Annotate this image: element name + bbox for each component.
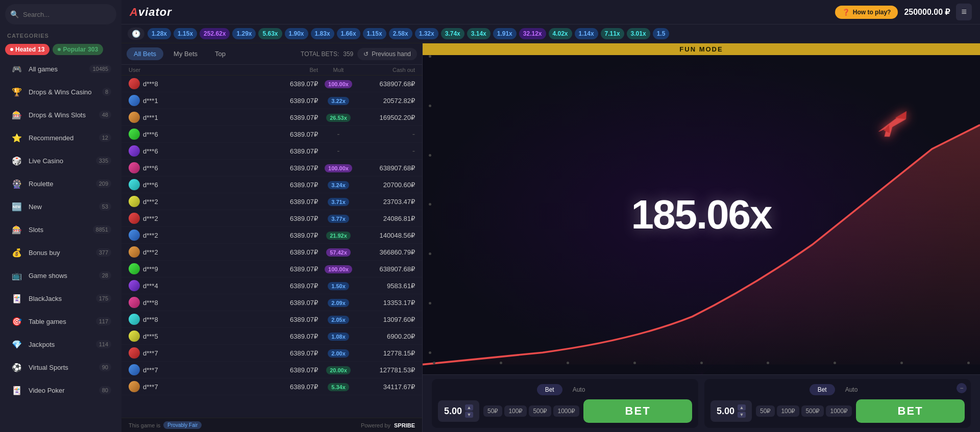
bet-value: 6389.07₽ (190, 80, 318, 88)
username: d***8 (143, 80, 158, 88)
sidebar-item-left-new: 🆕 New (10, 200, 42, 213)
bet-tab-1-bet[interactable]: Bet (537, 384, 562, 395)
username: d***6 (143, 164, 158, 172)
quick-500-1[interactable]: 500₽ (529, 405, 551, 417)
previous-hand-button[interactable]: ↺ Previous hand (357, 48, 417, 60)
mult-dash: - (318, 146, 359, 156)
sidebar-item-live-casino[interactable]: 🎲 Live Casino 335 (3, 149, 118, 172)
sidebar-icon-roulette: 🎡 (10, 177, 23, 190)
quick-50-1[interactable]: 50₽ (483, 405, 502, 417)
mult-pill: 5.34x (328, 383, 349, 391)
bet-button-2[interactable]: BET (856, 399, 965, 423)
quick-100-2[interactable]: 100₽ (777, 405, 799, 417)
mult-pill: 57.42x (326, 248, 351, 257)
quick-1000-1[interactable]: 1000₽ (553, 405, 579, 417)
fun-mode-bar: FUN MODE (423, 43, 980, 55)
history-icon[interactable]: 🕐 (128, 28, 144, 40)
mult-badge-5: 1.90x (285, 28, 308, 39)
sidebar-item-jackpots[interactable]: 💎 Jackpots 114 (3, 333, 118, 355)
sidebar-item-game-shows[interactable]: 📺 Game shows 28 (3, 264, 118, 287)
user-col: d***6 (129, 179, 190, 190)
y-axis-dot (429, 203, 431, 206)
mult-value: 3.24x (318, 180, 359, 189)
quick-500-2[interactable]: 500₽ (801, 405, 824, 417)
mult-value: 2.05x (318, 315, 359, 324)
bet-tab-2-auto[interactable]: Auto (837, 384, 866, 395)
how-to-play-button[interactable]: ❓ How to play? (835, 6, 898, 19)
sidebar-item-table-games[interactable]: 🎯 Table games 117 (3, 310, 118, 333)
stepper-up-2[interactable]: ▲ (738, 404, 746, 411)
sidebar-item-recommended[interactable]: ⭐ Recommended 12 (3, 126, 118, 149)
mult-pill: 2.00x (328, 349, 349, 358)
heated-tag[interactable]: Heated 13 (5, 44, 50, 55)
bet-tab-1-auto[interactable]: Auto (565, 384, 594, 395)
sidebar-label-table-games: Table games (29, 318, 66, 325)
cash-value: 23703.47₽ (359, 198, 415, 206)
bets-panel: All Bets My Bets Top TOTAL BETS: 359 ↺ P… (121, 43, 423, 432)
total-bets-label: TOTAL BETS: (301, 50, 339, 58)
provably-fair-badge[interactable]: Provably Fair (163, 421, 202, 429)
header-bet: Bet (190, 67, 318, 73)
user-col: d***7 (129, 347, 190, 359)
avatar (129, 162, 140, 173)
sidebar-item-drops-wins-casino[interactable]: 🏆 Drops & Wins Casino 8 (3, 81, 118, 103)
sidebar-item-blackjacks[interactable]: 🃏 BlackJacks 175 (3, 287, 118, 310)
bet-button-1[interactable]: BET (583, 399, 692, 423)
popular-tag[interactable]: Popular 303 (53, 44, 103, 55)
tab-top[interactable]: Top (208, 47, 233, 60)
sidebar-item-slots[interactable]: 🎰 Slots 8851 (3, 218, 118, 241)
stepper-down-2[interactable]: ▼ (738, 412, 746, 418)
bet-input-row-1: 5.00 ▲ ▼ 50₽ 100₽ 500₽ 1000₽ BE (438, 399, 692, 423)
mult-badge-13: 1.91x (493, 28, 517, 39)
mult-pill: 26.53x (326, 114, 351, 122)
bet-value: 6389.07₽ (190, 299, 318, 307)
panel-close-2[interactable]: − (957, 383, 967, 393)
mult-dash: - (318, 130, 359, 139)
bets-total: TOTAL BETS: 359 ↺ Previous hand (301, 48, 417, 60)
user-col: d***8 (129, 78, 190, 89)
table-row: d***7 6389.07₽ 20.00x 127781.53₽ (121, 362, 422, 378)
total-bets-count: 359 (343, 50, 353, 58)
powered-by-text: Powered by (361, 422, 390, 428)
stepper-up-1[interactable]: ▲ (465, 404, 473, 411)
username: d***7 (143, 383, 158, 391)
sidebar-item-video-poker[interactable]: 🃏 Video Poker 80 (3, 379, 118, 401)
mult-pill: 1.50x (328, 282, 349, 290)
sidebar-item-roulette[interactable]: 🎡 Roulette 209 (3, 172, 118, 195)
search-input[interactable] (23, 11, 111, 18)
bet-value: 6389.07₽ (190, 349, 318, 357)
quick-100-1[interactable]: 100₽ (504, 405, 527, 417)
tab-all-bets[interactable]: All Bets (127, 47, 163, 60)
sidebar-item-virtual-sports[interactable]: ⚽ Virtual Sports 90 (3, 356, 118, 378)
quick-50-2[interactable]: 50₽ (756, 405, 775, 417)
bet-tab-2-bet[interactable]: Bet (810, 384, 835, 395)
quick-1000-2[interactable]: 1000₽ (826, 405, 852, 417)
mult-pill: 1.08x (328, 333, 349, 341)
sidebar-item-all-games[interactable]: 🎮 All games 10485 (3, 58, 118, 80)
multiplier-bar: 🕐 1.28x1.15x252.62x1.29x5.63x1.90x1.83x1… (121, 24, 980, 43)
mult-pill: 100.00x (325, 164, 352, 172)
logo: Aviator (130, 6, 172, 19)
username: d***1 (143, 114, 158, 121)
plane-icon (869, 108, 916, 149)
table-row: d***9 6389.07₽ 100.00x 638907.68₽ (121, 261, 422, 277)
username: d***7 (143, 349, 158, 357)
stepper-down-1[interactable]: ▼ (465, 412, 473, 418)
bet-value: 6389.07₽ (190, 215, 318, 222)
cash-value: 34117.67₽ (359, 383, 415, 391)
search-bar[interactable]: 🔍 (5, 4, 116, 24)
mult-value: 3.22x (318, 96, 359, 105)
bet-amount-box-2: 5.00 ▲ ▼ (710, 400, 752, 422)
mult-badge-8: 1.15x (363, 28, 386, 39)
sidebar-item-bonus-buy[interactable]: 💰 Bonus buy 377 (3, 241, 118, 264)
bet-value: 6389.07₽ (190, 97, 318, 105)
mult-badge-6: 1.83x (311, 28, 334, 39)
avatar (129, 381, 140, 392)
sidebar-item-new[interactable]: 🆕 New 53 (3, 195, 118, 218)
bet-controls: Bet Auto 5.00 ▲ ▼ 50₽ 1 (423, 374, 980, 432)
sidebar-item-drops-wins-slots[interactable]: 🎰 Drops & Wins Slots 48 (3, 104, 118, 126)
avatar (129, 314, 140, 325)
mult-value: 3.77x (318, 214, 359, 223)
menu-button[interactable]: ≡ (956, 4, 972, 20)
tab-my-bets[interactable]: My Bets (166, 47, 205, 60)
